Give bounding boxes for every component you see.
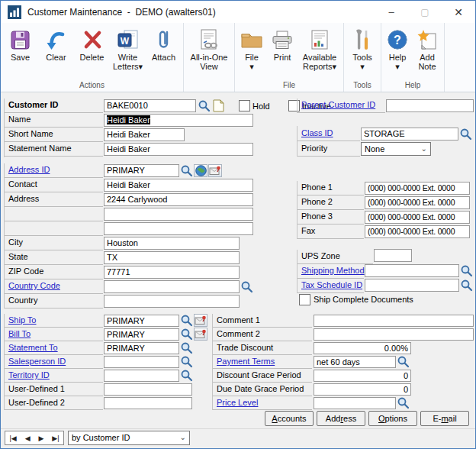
file-button[interactable]: File ▾ [236, 27, 267, 71]
payment-terms-field[interactable]: net 60 days [314, 356, 396, 368]
shipping-method-link[interactable]: Shipping Method [301, 266, 365, 275]
customer-id-field[interactable]: BAKE0010 [104, 99, 196, 112]
ship-to-lookup-icon[interactable] [180, 314, 193, 327]
ship-to-letter-pin-icon[interactable] [194, 314, 207, 327]
class-id-lookup-icon[interactable] [459, 128, 472, 141]
phone2-field[interactable]: (000) 000-0000 Ext. 0000 [365, 196, 470, 209]
maximize-button[interactable]: ▢ [408, 1, 442, 23]
price-level-lookup-icon[interactable] [397, 396, 410, 409]
statement-name-field[interactable]: Heidi Baker [104, 143, 253, 156]
delete-button[interactable]: Delete [74, 27, 110, 62]
tax-schedule-id-link[interactable]: Tax Schedule ID [301, 280, 362, 289]
territory-id-link[interactable]: Territory ID [8, 370, 50, 380]
comment-2-field[interactable] [314, 328, 474, 341]
close-button[interactable]: ✕ [442, 1, 475, 23]
bill-to-letter-pin-icon[interactable] [194, 328, 207, 341]
attach-button[interactable]: Attach [146, 27, 182, 62]
all-in-one-view-button[interactable]: All-in-One View [185, 27, 233, 71]
user-defined-1-field[interactable] [104, 383, 192, 396]
address-line2-field[interactable] [104, 208, 253, 221]
shipping-method-lookup-icon[interactable] [460, 264, 473, 277]
print-button[interactable]: Print [267, 27, 298, 62]
ship-to-link[interactable]: Ship To [8, 315, 37, 325]
statement-to-lookup-icon[interactable] [180, 341, 193, 354]
city-label: City [5, 236, 103, 250]
due-date-grace-period-field[interactable]: 0 [314, 383, 411, 396]
name-label: Name [5, 113, 103, 128]
zip-code-field[interactable]: 77771 [104, 266, 240, 279]
ship-complete-checkbox[interactable] [299, 294, 310, 305]
help-button[interactable]: ? Help ▾ [383, 27, 412, 71]
accounts-button[interactable]: Accounts [265, 411, 314, 426]
first-record-button[interactable]: |◀ [9, 434, 16, 442]
territory-id-lookup-icon[interactable] [180, 369, 193, 382]
previous-record-button[interactable]: ◀ [25, 434, 31, 442]
salesperson-id-link[interactable]: Salesperson ID [8, 357, 66, 366]
ribbon-group-label-tools: Tools [346, 80, 379, 92]
state-field[interactable]: TX [104, 251, 240, 264]
name-field[interactable]: Heidi Baker [104, 114, 253, 127]
class-id-field[interactable]: STORAGE [361, 128, 458, 141]
country-field[interactable] [104, 295, 240, 308]
options-button[interactable]: Options [368, 411, 417, 426]
trade-discount-field[interactable]: 0.00% [314, 342, 411, 354]
territory-id-field[interactable] [104, 370, 179, 382]
minimize-button[interactable]: – [375, 1, 408, 23]
bill-to-lookup-icon[interactable] [180, 328, 193, 341]
class-id-link[interactable]: Class ID [301, 128, 333, 137]
shipping-method-field[interactable] [365, 264, 459, 277]
country-code-link[interactable]: Country Code [8, 281, 60, 290]
discount-grace-period-label: Discount Grace Period [213, 369, 312, 383]
letter-pin-icon[interactable] [208, 164, 222, 177]
city-field[interactable]: Houston [104, 237, 240, 250]
statement-to-link[interactable]: Statement To [8, 343, 58, 352]
address-line3-field[interactable] [104, 222, 253, 235]
country-code-lookup-icon[interactable] [240, 280, 253, 293]
write-letters-button[interactable]: W Write Letters▾ [110, 27, 146, 71]
priority-dropdown[interactable]: None⌄ [361, 142, 431, 156]
contact-field[interactable]: Heidi Baker [104, 179, 253, 192]
salesperson-id-field[interactable] [104, 356, 179, 368]
price-level-field[interactable] [314, 397, 396, 409]
add-note-button[interactable]: Add Note [412, 27, 442, 71]
country-code-field[interactable] [104, 280, 240, 293]
parent-customer-id-field[interactable] [386, 99, 474, 112]
bill-to-link[interactable]: Bill To [8, 329, 31, 338]
customer-note-icon[interactable] [213, 99, 226, 112]
price-level-link[interactable]: Price Level [217, 398, 258, 407]
payment-terms-lookup-icon[interactable] [397, 355, 410, 368]
bill-to-field[interactable]: PRIMARY [104, 328, 179, 341]
customer-id-lookup-icon[interactable] [198, 99, 211, 112]
ups-zone-field[interactable] [374, 249, 412, 262]
tax-schedule-id-field[interactable] [365, 279, 459, 292]
phone1-field[interactable]: (000) 000-0000 Ext. 0000 [365, 182, 470, 195]
parent-customer-id-link[interactable]: Parent Customer ID [301, 100, 375, 109]
last-record-button[interactable]: ▶| [52, 434, 59, 442]
short-name-field[interactable]: Heidi Baker [104, 128, 185, 141]
user-defined-2-field[interactable] [104, 397, 192, 409]
address-id-field[interactable]: PRIMARY [104, 164, 179, 177]
address-button[interactable]: Address [317, 411, 365, 426]
hold-checkbox[interactable] [239, 100, 250, 111]
phone3-field[interactable]: (000) 000-0000 Ext. 0000 [365, 211, 470, 224]
ship-to-field[interactable]: PRIMARY [104, 315, 179, 327]
next-record-button[interactable]: ▶ [38, 434, 43, 442]
comment-1-field[interactable] [314, 315, 474, 327]
payment-terms-link[interactable]: Payment Terms [217, 357, 275, 366]
tax-schedule-id-lookup-icon[interactable] [460, 279, 473, 292]
sort-by-dropdown[interactable]: by Customer ID⌄ [68, 431, 190, 445]
save-button[interactable]: Save [2, 27, 38, 62]
email-button[interactable]: E-mail [420, 411, 469, 426]
address-id-lookup-icon[interactable] [180, 164, 193, 177]
discount-grace-period-field[interactable]: 0 [314, 370, 411, 382]
address-line1-field[interactable]: 2244 Carlywood [104, 193, 253, 206]
statement-to-field[interactable]: PRIMARY [104, 342, 179, 354]
available-reports-button[interactable]: Available Reports▾ [298, 27, 342, 71]
tools-button[interactable]: Tools ▾ [346, 27, 379, 71]
salesperson-id-lookup-icon[interactable] [180, 355, 193, 368]
internet-globe-icon[interactable] [194, 164, 207, 177]
fax-field[interactable]: (000) 000-0000 Ext. 0000 [365, 225, 470, 238]
clear-button[interactable]: Clear [38, 27, 74, 62]
address-id-link[interactable]: Address ID [8, 165, 50, 174]
chevron-down-icon: ⌄ [421, 143, 427, 155]
